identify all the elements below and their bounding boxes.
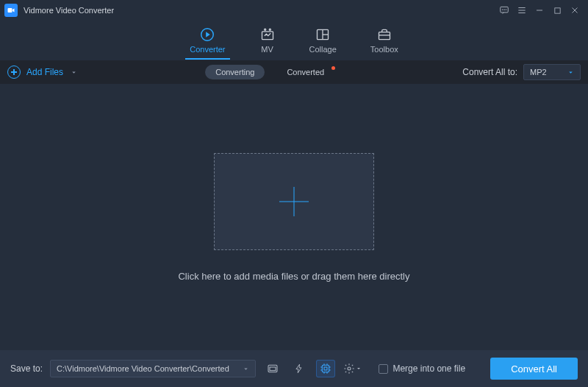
notification-dot-icon (331, 66, 335, 70)
save-to-label: Save to: (10, 363, 43, 374)
merge-checkbox-group[interactable]: Merge into one file (379, 363, 465, 374)
svg-rect-22 (270, 367, 276, 371)
app-logo (4, 4, 18, 17)
format-value: MP2 (530, 68, 547, 77)
tab-mv-label: MV (261, 45, 273, 54)
gpu-accel-button[interactable] (316, 360, 335, 377)
titlebar: Vidmore Video Converter (0, 0, 588, 21)
converted-label: Converted (287, 68, 324, 77)
tab-toolbox-label: Toolbox (370, 45, 398, 54)
convert-all-to-label: Convert All to: (462, 67, 517, 77)
settings-button[interactable] (343, 360, 362, 377)
chevron-down-icon (567, 69, 574, 76)
main-tabs: Converter MV Collage Toolbox (0, 21, 588, 60)
plus-circle-icon (7, 65, 21, 79)
merge-checkbox[interactable] (379, 364, 388, 374)
svg-point-14 (264, 29, 265, 30)
open-folder-button[interactable] (263, 360, 282, 377)
format-select[interactable]: MP2 (523, 64, 581, 80)
app-title: Vidmore Video Converter (24, 6, 114, 15)
converter-icon (199, 27, 215, 42)
chevron-down-icon (243, 366, 249, 372)
workarea: Click here to add media files or drag th… (0, 84, 588, 350)
chevron-down-icon (71, 69, 77, 76)
svg-rect-9 (554, 7, 559, 13)
tab-converter[interactable]: Converter (190, 27, 225, 54)
svg-rect-0 (8, 8, 12, 13)
plus-icon (279, 187, 309, 216)
tab-collage-label: Collage (309, 45, 337, 54)
convert-all-to: Convert All to: MP2 (462, 64, 581, 80)
svg-point-33 (348, 367, 351, 370)
feedback-icon[interactable] (495, 1, 513, 19)
converting-tab[interactable]: Converting (205, 65, 265, 79)
menu-icon[interactable] (513, 1, 531, 19)
tab-mv[interactable]: MV (259, 27, 276, 54)
add-files-button[interactable]: Add Files (7, 65, 77, 79)
status-segment: Converting Converted (205, 65, 334, 79)
collage-icon (315, 27, 331, 42)
svg-rect-24 (324, 367, 327, 370)
subbar: Add Files Converting Converted Convert A… (0, 60, 588, 84)
lightning-off-button[interactable] (290, 360, 309, 377)
close-button[interactable] (566, 1, 584, 19)
toolbox-icon (376, 27, 392, 42)
convert-all-label: Convert All (511, 363, 557, 374)
add-files-label: Add Files (26, 67, 63, 77)
svg-point-4 (506, 10, 506, 10)
svg-rect-23 (322, 365, 329, 372)
merge-label: Merge into one file (392, 363, 465, 374)
dropzone-hint: Click here to add media files or drag th… (178, 271, 409, 282)
save-path-value: C:\Vidmore\Vidmore Video Converter\Conve… (57, 364, 229, 373)
save-path-select[interactable]: C:\Vidmore\Vidmore Video Converter\Conve… (50, 360, 256, 377)
tab-toolbox[interactable]: Toolbox (370, 27, 398, 54)
convert-all-button[interactable]: Convert All (490, 358, 578, 380)
tab-collage[interactable]: Collage (309, 27, 337, 54)
bottombar: Save to: C:\Vidmore\Vidmore Video Conver… (0, 350, 588, 387)
svg-point-15 (269, 29, 270, 30)
svg-point-3 (504, 10, 505, 10)
minimize-button[interactable] (531, 1, 548, 19)
svg-point-2 (502, 10, 503, 10)
dropzone[interactable] (214, 153, 374, 250)
mv-icon (259, 27, 276, 42)
svg-rect-19 (379, 32, 390, 40)
tab-converter-label: Converter (190, 45, 225, 54)
converted-tab[interactable]: Converted (276, 65, 334, 79)
maximize-button[interactable] (548, 1, 566, 19)
